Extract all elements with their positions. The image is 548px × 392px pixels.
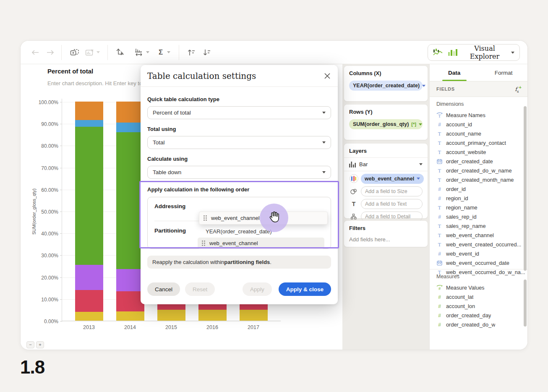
field-name: region_id (446, 195, 468, 201)
dimension-region-id[interactable]: #region_id (436, 193, 528, 203)
drag-handle-icon[interactable] (204, 215, 207, 221)
bar-segment-segment-purple[interactable] (75, 265, 103, 290)
measure-measure-values[interactable]: #Measure Values (436, 283, 528, 292)
dimension-sales-rep-id[interactable]: #sales_rep_id (436, 212, 528, 221)
chevron-down-icon[interactable] (422, 85, 425, 87)
bar-segment-segment-yellow[interactable] (240, 310, 268, 321)
dimension-account-name[interactable]: Taccount_name (436, 129, 528, 138)
tab-data[interactable]: Data (430, 64, 479, 81)
bar-segment-segment-red[interactable] (116, 291, 144, 311)
remove-chart-icon[interactable] (85, 48, 94, 57)
dimensions-scrollbar[interactable] (524, 106, 527, 271)
field-name: sales_rep_id (446, 214, 477, 220)
cancel-button[interactable]: Cancel (147, 282, 180, 296)
apply-button[interactable]: Apply (243, 282, 272, 296)
y-tick-mark (60, 190, 62, 190)
add-formula-icon[interactable]: fx+ (515, 85, 522, 94)
sort-ascending-icon[interactable] (187, 48, 196, 57)
swap-axes-icon[interactable] (115, 48, 125, 57)
bar-segment-segment-yellow[interactable] (75, 312, 103, 321)
detail-field-dropzone[interactable]: Add a field to Detail (361, 212, 423, 222)
dimension-order-created-month-name[interactable]: Torder_created_month_name (436, 175, 528, 184)
measures-scrollbar[interactable] (524, 280, 527, 327)
text-field-dropzone[interactable]: Add a field to Text (361, 199, 423, 209)
chart-description-placeholder[interactable]: Enter chart description. Hit Enter key t… (47, 80, 142, 86)
drag-handle-icon[interactable] (202, 240, 205, 246)
remove-chart-caret[interactable] (97, 51, 100, 53)
size-encoding-icon (349, 187, 358, 196)
dimension-account-id[interactable]: #account_id (436, 120, 528, 129)
stacked-bar-2014[interactable] (116, 102, 144, 321)
partitioning-item-year[interactable]: YEAR(order_created_date) (206, 228, 272, 235)
bar-segment-segment-blue[interactable] (116, 123, 144, 132)
bar-segment-segment-yellow[interactable] (116, 311, 144, 321)
aggregate-sigma-icon[interactable]: Σ (156, 48, 165, 57)
stacked-bar-2013[interactable] (75, 102, 103, 321)
bar-segment-segment-green[interactable] (116, 132, 144, 269)
calc-type-select[interactable]: Percent of total (147, 106, 331, 119)
chevron-down-icon[interactable] (419, 123, 422, 125)
chevron-down-icon[interactable] (419, 163, 423, 165)
rows-field-pill[interactable]: SUM(order_gloss_qty) [*] (349, 119, 423, 129)
measure-account-lon[interactable]: #account_lon (436, 301, 528, 311)
y-tick-label: 30.00% (29, 253, 58, 259)
close-icon[interactable] (324, 72, 331, 80)
bar-segment-segment-purple[interactable] (116, 269, 144, 291)
redo-forward-icon[interactable] (46, 48, 55, 57)
toolbar-divider (61, 45, 62, 60)
dimension-order-created-date[interactable]: order_created_date (436, 157, 528, 166)
resize-bars-icon[interactable] (134, 48, 144, 57)
gridline (62, 321, 281, 321)
color-field-pill[interactable]: web_event_channel (361, 174, 424, 184)
dimension-web-event-occurred-date[interactable]: web_event_occurred_date (436, 258, 528, 267)
filters-dropzone[interactable]: Add fields here... (349, 236, 423, 243)
dimension-order-created-do-w-name[interactable]: Torder_created_do_w_name (436, 166, 528, 175)
bar-segment-segment-green[interactable] (75, 127, 103, 265)
reset-button[interactable]: Reset (185, 282, 215, 296)
columns-field-pill[interactable]: YEAR(order_created_date) (349, 81, 423, 91)
bar-segment-segment-yellow[interactable] (198, 310, 227, 321)
bar-segment-segment-yellow[interactable] (157, 310, 185, 321)
zoom-out-button[interactable]: − (26, 341, 34, 348)
partitioning-item-web-event-channel[interactable]: web_event_channel (198, 238, 324, 249)
dimension-order-id[interactable]: #order_id (436, 184, 528, 193)
mark-type-selector[interactable]: Bar (344, 158, 428, 171)
aggregate-caret[interactable] (167, 51, 170, 53)
duplicate-chart-icon[interactable] (70, 48, 79, 57)
chevron-down-icon[interactable] (417, 178, 420, 180)
bar-segment-segment-blue[interactable] (75, 120, 103, 127)
partitioning-label: Partitioning (154, 227, 186, 234)
tab-format[interactable]: Format (479, 64, 528, 81)
sort-descending-icon[interactable] (202, 48, 211, 57)
bar-segment-segment-orange[interactable] (116, 102, 144, 123)
calculate-using-select[interactable]: Table down (147, 166, 331, 179)
panel-tabs: Data Format (430, 64, 528, 81)
dimension-web-event-channel[interactable]: Tweb_event_channel (436, 230, 528, 240)
total-using-select[interactable]: Total (147, 136, 331, 149)
bar-segment-segment-orange[interactable] (75, 102, 103, 120)
dimension-account-primary-contact[interactable]: Taccount_primary_contact (436, 138, 528, 147)
apply-close-button[interactable]: Apply & close (279, 282, 331, 296)
dimension-region-name[interactable]: Tregion_name (436, 203, 528, 212)
dimension-web-event-created-occurred-[interactable]: Tweb_event_created_occurred... (436, 240, 528, 249)
visual-explorer-selector[interactable]: Visual Explorer (428, 44, 520, 61)
y-tick-mark (60, 321, 62, 321)
dragged-field-item[interactable]: web_event_channel (199, 212, 328, 225)
dimension-sales-rep-name[interactable]: Tsales_rep_name (436, 221, 528, 230)
measure-order-created-day[interactable]: #order_created_day (436, 311, 528, 320)
svg-text:T: T (438, 177, 441, 183)
zoom-in-button[interactable]: + (36, 341, 44, 348)
field-name: Measure Names (446, 112, 485, 118)
resize-bars-caret[interactable] (146, 51, 149, 53)
measure-account-lat[interactable]: #account_lat (436, 292, 528, 301)
dimension-measure-names[interactable]: TMeasure Names (436, 110, 528, 120)
undo-back-icon[interactable] (31, 48, 40, 57)
dimension-account-website[interactable]: Taccount_website (436, 147, 528, 157)
toolbar: Σ (21, 41, 527, 64)
dimension-web-event-id[interactable]: #web_event_id (436, 249, 528, 258)
x-axis-line (62, 321, 281, 321)
bar-segment-segment-red[interactable] (75, 290, 103, 312)
chart-title[interactable]: Percent of total (47, 68, 93, 75)
size-field-dropzone[interactable]: Add a field to Size (361, 186, 423, 196)
measure-order-created-do-w[interactable]: #order_created_do_w (436, 320, 528, 329)
